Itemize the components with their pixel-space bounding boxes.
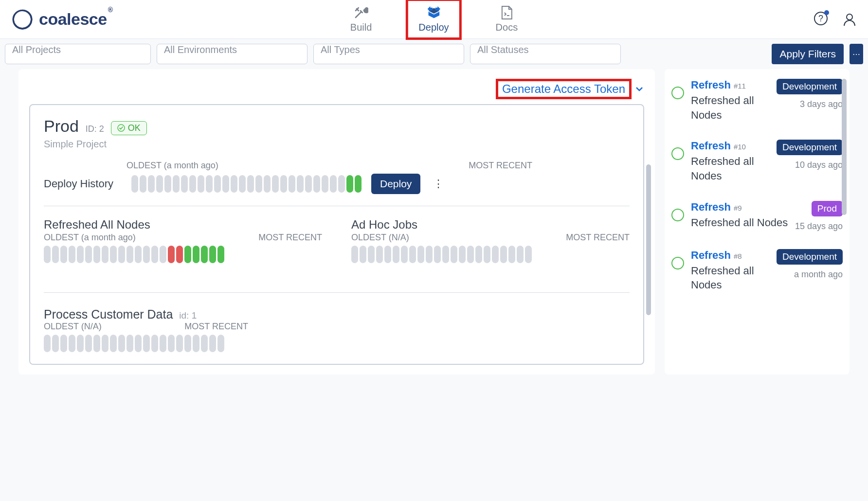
history-bar[interactable] [330, 175, 337, 193]
history-bar[interactable] [289, 175, 295, 193]
history-bar[interactable] [198, 175, 204, 193]
history-bar[interactable] [85, 246, 92, 263]
history-bar[interactable] [44, 246, 51, 263]
history-bar[interactable] [193, 335, 199, 352]
history-bar[interactable] [52, 335, 59, 352]
nav-deploy[interactable]: Deploy [410, 2, 457, 36]
history-bar[interactable] [272, 175, 279, 193]
history-bar[interactable] [77, 246, 84, 263]
history-bar[interactable] [151, 335, 158, 352]
history-bar[interactable] [118, 246, 125, 263]
history-bar[interactable] [69, 335, 75, 352]
nav-build[interactable]: Build [342, 2, 380, 36]
activity-item[interactable]: Refresh #9 Refreshed all Nodes Prod 15 d… [671, 201, 843, 232]
history-bar[interactable] [118, 335, 125, 352]
history-bar[interactable] [409, 246, 416, 263]
history-bar[interactable] [60, 335, 67, 352]
user-icon[interactable] [843, 12, 856, 27]
history-bar[interactable] [360, 246, 366, 263]
history-bar[interactable] [459, 246, 466, 263]
history-bar[interactable] [338, 175, 345, 193]
history-bar[interactable] [102, 335, 108, 352]
history-bar[interactable] [193, 246, 199, 263]
history-bar[interactable] [475, 246, 482, 263]
history-bar[interactable] [434, 246, 441, 263]
history-bar[interactable] [176, 335, 183, 352]
main-scrollbar[interactable] [646, 164, 651, 315]
history-bar[interactable] [184, 246, 191, 263]
history-bar[interactable] [135, 335, 142, 352]
activity-item[interactable]: Refresh #8 Refreshed all Nodes Developme… [671, 249, 843, 292]
history-bar[interactable] [206, 175, 213, 193]
history-bar[interactable] [44, 335, 51, 352]
history-bar[interactable] [500, 246, 507, 263]
history-bar[interactable] [426, 246, 433, 263]
history-bar[interactable] [222, 175, 229, 193]
history-bar[interactable] [384, 246, 391, 263]
history-bar[interactable] [110, 335, 117, 352]
history-bar[interactable] [355, 175, 362, 193]
history-bar[interactable] [69, 246, 75, 263]
history-bar[interactable] [164, 175, 171, 193]
history-bar[interactable] [127, 335, 133, 352]
history-bar[interactable] [135, 246, 142, 263]
history-bar[interactable] [209, 246, 216, 263]
generate-access-token-link[interactable]: Generate Access Token [502, 82, 625, 95]
history-bar[interactable] [297, 175, 304, 193]
history-bar[interactable] [442, 246, 449, 263]
nav-docs[interactable]: Docs [487, 2, 527, 36]
history-bar[interactable] [168, 335, 175, 352]
history-bar[interactable] [401, 246, 408, 263]
activity-item[interactable]: Refresh #11 Refreshed all Nodes Developm… [671, 79, 843, 122]
history-bar[interactable] [160, 335, 166, 352]
history-bar[interactable] [217, 246, 224, 263]
history-bar[interactable] [239, 175, 246, 193]
history-bar[interactable] [110, 246, 117, 263]
history-bar[interactable] [127, 246, 133, 263]
history-bar[interactable] [417, 246, 424, 263]
history-bar[interactable] [140, 175, 146, 193]
history-bar[interactable] [525, 246, 532, 263]
history-bar[interactable] [52, 246, 59, 263]
history-bar[interactable] [173, 175, 180, 193]
history-bar[interactable] [214, 175, 221, 193]
history-bar[interactable] [143, 335, 150, 352]
history-bar[interactable] [85, 335, 92, 352]
history-bar[interactable] [231, 175, 237, 193]
history-bar[interactable] [351, 246, 358, 263]
history-bar[interactable] [189, 175, 196, 193]
history-bar[interactable] [376, 246, 383, 263]
history-bar[interactable] [517, 246, 524, 263]
filter-types[interactable]: All Types [313, 44, 464, 64]
history-bar[interactable] [168, 246, 175, 263]
help-button[interactable]: ? [814, 11, 828, 28]
history-bar[interactable] [93, 246, 100, 263]
history-bar[interactable] [184, 335, 191, 352]
history-bar[interactable] [217, 335, 224, 352]
history-bar[interactable] [280, 175, 287, 193]
history-bar[interactable] [93, 335, 100, 352]
history-bar[interactable] [346, 175, 353, 193]
history-bar[interactable] [148, 175, 155, 193]
history-bar[interactable] [313, 175, 320, 193]
history-bar[interactable] [209, 335, 216, 352]
history-bar[interactable] [143, 246, 150, 263]
history-bar[interactable] [102, 246, 108, 263]
history-bar[interactable] [393, 246, 399, 263]
filter-statuses[interactable]: All Statuses [470, 44, 621, 64]
history-bar[interactable] [264, 175, 271, 193]
history-bar[interactable] [322, 175, 328, 193]
deploy-button[interactable]: Deploy [371, 174, 420, 194]
sidebar-scrollbar[interactable] [842, 79, 847, 215]
history-bar[interactable] [131, 175, 138, 193]
filter-projects[interactable]: All Projects [5, 44, 151, 64]
history-bar[interactable] [156, 175, 163, 193]
history-bar[interactable] [160, 246, 166, 263]
filter-environments[interactable]: All Environments [157, 44, 307, 64]
history-bar[interactable] [305, 175, 312, 193]
history-bar[interactable] [247, 175, 254, 193]
apply-filters-button[interactable]: Apply Filters [772, 44, 844, 64]
history-bar[interactable] [255, 175, 262, 193]
deploy-kebab-menu[interactable]: ⋮ [430, 178, 447, 190]
history-bar[interactable] [484, 246, 490, 263]
